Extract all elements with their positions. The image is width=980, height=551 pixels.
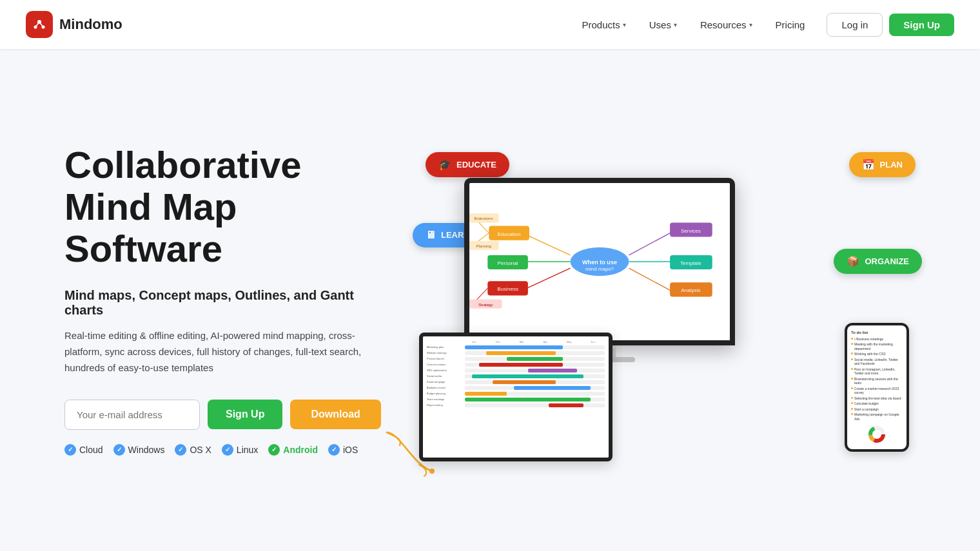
- gantt-row: Report writing: [427, 403, 605, 407]
- svg-line-3: [35, 22, 39, 27]
- nav-pricing[interactable]: Pricing: [767, 14, 814, 35]
- hero-description: Real-time editing & offline editing, AI-…: [64, 328, 374, 376]
- tablet-mockup: Jan Feb Mar Apr May Jun Marketing plan W…: [419, 333, 612, 455]
- email-input[interactable]: [64, 400, 200, 430]
- platform-ios: ✓ iOS: [328, 444, 358, 456]
- navbar-actions: Log in Sign Up: [827, 13, 954, 37]
- svg-text:Education: Education: [498, 231, 521, 237]
- badge-organize: 📦 ORGANIZE: [834, 249, 922, 274]
- todo-item: Working with the CSS: [851, 352, 903, 356]
- todo-item: Social media: LinkedIn, Twitter and Face…: [851, 358, 903, 366]
- todo-title: To do list: [851, 331, 903, 334]
- gantt-row: Budget planning: [427, 392, 605, 396]
- hero-illustration: 🎓 EDUCATE 📅 PLAN 🖥 LEARN 📦 ORGANIZE: [413, 133, 928, 468]
- gantt-row: Email campaign: [427, 380, 605, 384]
- navbar: Mindomo Products ▾ Uses ▾ Resources ▾ Pr…: [0, 0, 980, 49]
- platform-osx: ✓ OS X: [175, 444, 211, 456]
- todo-item: Marketing campaign on Google Ads: [851, 412, 903, 421]
- hero-subtitle: Mind maps, Concept maps, Outlines, and G…: [64, 288, 374, 318]
- svg-text:Planning: Planning: [476, 244, 491, 247]
- chevron-down-icon: ▾: [749, 21, 752, 28]
- educate-icon: 🎓: [438, 159, 451, 171]
- nav-products[interactable]: Products ▾: [573, 14, 635, 35]
- todo-content: To do list • Business meetings Meeting w…: [847, 325, 906, 450]
- svg-line-4: [39, 22, 43, 27]
- gantt-row: Marketing plan: [427, 345, 605, 349]
- phone-screen: To do list • Business meetings Meeting w…: [845, 323, 909, 452]
- check-icon: ✓: [222, 444, 233, 456]
- mindmap-content: When to use mind maps? Education Persona…: [469, 183, 730, 340]
- check-icon: ✓: [64, 444, 76, 456]
- download-button[interactable]: Download: [290, 400, 380, 429]
- platform-android: ✓ Android: [268, 444, 318, 456]
- svg-text:mind maps?: mind maps?: [585, 266, 614, 272]
- logo-link[interactable]: Mindomo: [26, 11, 122, 38]
- hero-title: Collaborative Mind Map Software: [64, 144, 374, 270]
- todo-item: Post on Instagram, LinkedIn, Twitter and…: [851, 367, 903, 376]
- signup-hero-button[interactable]: Sign Up: [208, 400, 282, 429]
- gantt-content: Jan Feb Mar Apr May Jun Marketing plan W…: [423, 336, 609, 458]
- login-button[interactable]: Log in: [827, 13, 883, 37]
- gantt-row: Analytics review: [427, 386, 605, 390]
- main-nav: Products ▾ Uses ▾ Resources ▾ Pricing: [573, 14, 814, 35]
- platform-cloud: ✓ Cloud: [64, 444, 103, 456]
- logo-icon: [26, 11, 53, 38]
- organize-icon: 📦: [847, 255, 859, 267]
- svg-text:Analysis: Analysis: [681, 287, 700, 293]
- platform-list: ✓ Cloud ✓ Windows ✓ OS X ✓ Linux ✓ Andro…: [64, 444, 374, 456]
- badge-plan: 📅 PLAN: [849, 152, 916, 177]
- plan-icon: 📅: [862, 159, 875, 171]
- svg-text:Business: Business: [497, 286, 518, 292]
- chevron-down-icon: ▾: [623, 21, 626, 28]
- gantt-row: Product launch: [427, 357, 605, 361]
- badge-educate: 🎓 EDUCATE: [426, 152, 509, 177]
- todo-item: Start a campaign: [851, 407, 903, 412]
- phone-mockup: To do list • Business meetings Meeting w…: [845, 323, 909, 461]
- todo-item: Selecting the best idea via board: [851, 396, 903, 401]
- signup-nav-button[interactable]: Sign Up: [889, 14, 954, 36]
- todo-item: Create a market research 2023 survey: [851, 387, 903, 395]
- svg-text:When to use: When to use: [582, 259, 617, 266]
- hero-section: Collaborative Mind Map Software Mind map…: [0, 49, 980, 551]
- gantt-row: Content creation: [427, 363, 605, 367]
- brand-name: Mindomo: [59, 16, 122, 33]
- check-icon: ✓: [113, 444, 125, 456]
- svg-point-5: [429, 469, 435, 474]
- chevron-down-icon: ▾: [674, 21, 677, 28]
- todo-item: Calculate budget: [851, 401, 903, 406]
- todo-item: Meeting with the marketing department: [851, 342, 903, 351]
- svg-text:Template: Template: [680, 260, 701, 266]
- todo-item: • Business meetings: [851, 337, 903, 342]
- monitor-screen: When to use mind maps? Education Persona…: [464, 178, 735, 345]
- check-icon: ✓: [268, 444, 280, 456]
- nav-uses[interactable]: Uses ▾: [640, 14, 686, 35]
- platform-linux: ✓ Linux: [222, 444, 258, 456]
- svg-text:Strategy: Strategy: [478, 302, 493, 306]
- platform-windows: ✓ Windows: [113, 444, 165, 456]
- gantt-row: Website redesign: [427, 351, 605, 355]
- todo-item: Brainstorming session with the team: [851, 377, 903, 385]
- check-icon: ✓: [328, 444, 340, 456]
- svg-text:Brainstorm: Brainstorm: [475, 217, 493, 220]
- svg-text:Personal: Personal: [498, 260, 518, 266]
- gantt-row: SEO optimization: [427, 369, 605, 372]
- gantt-row: Team meetings: [427, 398, 605, 401]
- tablet-screen: Jan Feb Mar Apr May Jun Marketing plan W…: [419, 333, 612, 461]
- hero-content: Collaborative Mind Map Software Mind map…: [64, 144, 374, 455]
- hero-cta: Sign Up Download: [64, 400, 374, 430]
- svg-text:Services: Services: [681, 227, 701, 233]
- learn-icon: 🖥: [426, 229, 436, 241]
- check-icon: ✓: [175, 444, 186, 456]
- gantt-row: Social media: [427, 374, 605, 378]
- nav-resources[interactable]: Resources ▾: [691, 14, 761, 35]
